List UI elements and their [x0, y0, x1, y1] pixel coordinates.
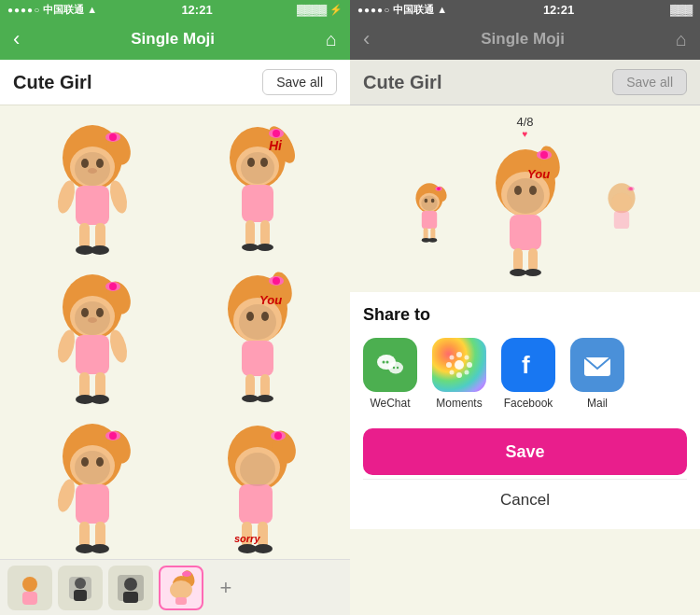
share-wechat-item[interactable]: WeChat [363, 338, 417, 410]
svg-point-29 [241, 152, 274, 184]
svg-point-139 [397, 367, 399, 369]
svg-point-63 [109, 432, 117, 440]
sticker-1-svg [46, 122, 139, 258]
svg-point-73 [75, 451, 110, 484]
share-facebook-item[interactable]: f Facebook [501, 338, 555, 410]
right-cancel-button[interactable]: Cancel [363, 479, 687, 520]
svg-point-9 [54, 178, 77, 215]
preview-sticker-small-right[interactable] [599, 182, 644, 244]
sticker-cell-1[interactable] [9, 115, 175, 264]
left-thumb-3[interactable] [108, 566, 153, 610]
preview-sticker-main[interactable]: You [474, 146, 577, 281]
right-status-left: ●●●●○ 中国联通 ▲ [357, 3, 447, 17]
left-content-header: Cute Girl Save all [0, 60, 350, 105]
svg-point-140 [455, 360, 464, 370]
svg-point-100 [170, 580, 192, 599]
facebook-icon-box[interactable]: f [501, 338, 555, 392]
right-wifi-icon: ▲ [437, 4, 447, 15]
mail-icon-box[interactable] [570, 338, 624, 392]
svg-point-68 [54, 477, 77, 513]
svg-point-146 [465, 356, 469, 360]
right-save-button[interactable]: Save [363, 428, 687, 475]
wechat-label: WeChat [370, 397, 410, 410]
svg-point-118 [540, 151, 548, 159]
wechat-icon-box[interactable] [363, 338, 417, 392]
svg-rect-101 [175, 597, 187, 605]
left-thumb-4[interactable] [159, 566, 203, 610]
right-page-title: Cute Girl [363, 72, 441, 93]
left-thumb-2[interactable] [58, 566, 103, 610]
sticker-3-svg [46, 272, 139, 407]
left-nav-bar: ‹ Single Moji ⌂ [0, 19, 350, 60]
svg-point-45 [75, 301, 110, 335]
moments-label: Moments [436, 397, 482, 410]
left-thumb-1[interactable] [7, 566, 52, 610]
left-bottom-bar: + [0, 559, 350, 615]
left-wifi-icon: ▲ [87, 4, 97, 15]
share-mail-item[interactable]: Mail [570, 338, 624, 410]
svg-point-144 [467, 362, 472, 368]
svg-rect-38 [76, 335, 109, 374]
svg-point-27 [257, 244, 273, 251]
svg-point-142 [456, 372, 462, 378]
svg-rect-69 [79, 522, 90, 548]
svg-point-143 [446, 362, 452, 368]
svg-text:You: You [527, 167, 550, 181]
svg-point-138 [393, 367, 395, 369]
svg-point-88 [240, 453, 275, 486]
svg-rect-82 [239, 484, 273, 524]
right-nav-bar: ‹ Single Moji ⌂ [350, 19, 700, 60]
left-sticker-grid: Hi [0, 105, 350, 559]
right-share-section: Share to WeChat [350, 292, 700, 419]
svg-rect-110 [423, 228, 427, 240]
left-save-all-button[interactable]: Save all [262, 69, 337, 95]
right-home-button[interactable]: ⌂ [676, 29, 687, 50]
left-nav-title: Single Moji [131, 30, 215, 49]
svg-rect-67 [76, 484, 109, 524]
svg-rect-8 [76, 186, 109, 225]
sticker-cell-4[interactable]: You [175, 264, 342, 413]
svg-point-49 [273, 277, 280, 285]
svg-point-137 [388, 362, 403, 374]
svg-rect-93 [74, 590, 87, 601]
left-status-right: ▓▓▓▓ ⚡ [297, 4, 343, 16]
mail-label: Mail [587, 397, 608, 410]
svg-point-113 [428, 238, 437, 243]
moments-icon-box[interactable] [432, 338, 486, 392]
svg-point-141 [456, 352, 462, 357]
right-nav-title: Single Moji [481, 30, 565, 49]
left-panel: ●●●●○ 中国联通 ▲ 12:21 ▓▓▓▓ ⚡ ‹ Single Moji … [0, 0, 350, 615]
svg-point-86 [254, 544, 273, 553]
svg-point-14 [91, 245, 109, 255]
sticker-cell-2[interactable]: Hi [175, 115, 342, 264]
preview-sticker-small-left[interactable] [407, 182, 452, 244]
svg-point-15 [75, 152, 110, 186]
svg-point-57 [257, 395, 273, 402]
svg-point-77 [274, 432, 282, 440]
right-signal-dots: ●●●●○ [357, 5, 390, 15]
svg-rect-23 [242, 185, 273, 222]
right-save-all-button[interactable]: Save all [612, 69, 687, 95]
sticker-cell-3[interactable] [9, 264, 175, 413]
right-action-buttons: Save Cancel [350, 419, 700, 529]
svg-point-125 [510, 269, 526, 276]
left-back-button[interactable]: ‹ [13, 29, 20, 49]
share-title: Share to [363, 305, 687, 325]
sticker-2-svg: Hi [211, 122, 304, 258]
right-back-button[interactable]: ‹ [363, 29, 370, 49]
sticker-5-svg [46, 421, 139, 556]
svg-point-126 [525, 269, 541, 276]
svg-point-26 [242, 244, 259, 251]
share-moments-item[interactable]: Moments [432, 338, 486, 410]
counter-text: 4/8 [516, 115, 533, 129]
svg-point-10 [106, 178, 130, 215]
left-add-button[interactable]: + [209, 571, 243, 605]
sticker-cell-5[interactable] [9, 413, 175, 559]
sticker-cell-6[interactable]: sorry [175, 413, 342, 559]
left-home-button[interactable]: ⌂ [326, 29, 337, 50]
preview-svg-1 [407, 182, 452, 244]
preview-svg-main: You [474, 146, 577, 281]
svg-text:sorry: sorry [234, 533, 260, 544]
svg-rect-70 [95, 522, 105, 548]
svg-text:You: You [259, 293, 282, 307]
